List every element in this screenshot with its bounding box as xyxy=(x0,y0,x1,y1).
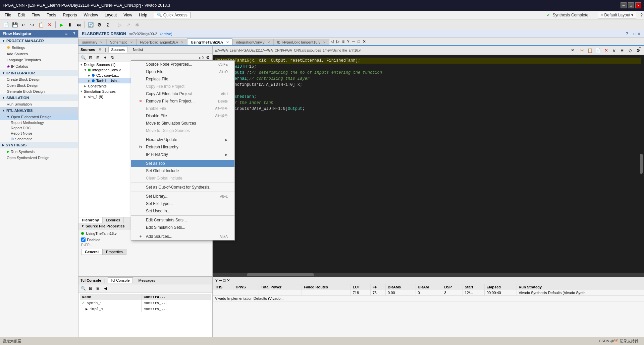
tcl-prev[interactable]: ◀ xyxy=(102,285,109,292)
sources-settings[interactable]: ⚙ xyxy=(204,54,211,61)
step-button[interactable]: ⏭ xyxy=(75,21,83,29)
nav-report-drc[interactable]: Report DRC xyxy=(0,125,78,131)
editor-copy[interactable]: 📋 xyxy=(586,47,594,54)
editor-uncomment[interactable]: ≡ xyxy=(619,47,626,54)
cm-refresh-hierarchy[interactable]: ↻ Refresh Hierarchy xyxy=(131,143,234,151)
cut-button[interactable]: ✕ xyxy=(46,21,54,29)
menu-window[interactable]: Window xyxy=(80,12,101,18)
tab-tb-hyperbolictangent-close[interactable]: ✕ xyxy=(323,41,326,44)
elab-help[interactable]: ? xyxy=(626,31,628,36)
tcl-expand[interactable]: ⊞ xyxy=(95,285,101,292)
tcl-collapse[interactable]: ⊟ xyxy=(87,285,94,292)
tab-hyperbolictangent[interactable]: HyperBolicTangent16.v ✕ xyxy=(137,39,187,45)
bottom-close[interactable]: ✕ xyxy=(227,278,230,283)
sources-expand[interactable]: ⊞ xyxy=(95,54,101,61)
pause-button[interactable]: ⏸ xyxy=(66,21,74,29)
cm-set-file-type[interactable]: Set File Type... xyxy=(131,200,234,207)
close-button[interactable]: ✕ xyxy=(635,2,641,8)
menu-tools[interactable]: Tools xyxy=(43,12,59,18)
menu-file[interactable]: File xyxy=(1,12,14,18)
cm-hierarchy-update[interactable]: Hierarchy Update ▶ xyxy=(131,136,234,143)
tab-usingthetanh[interactable]: UsingTheTanh16.v ✕ xyxy=(187,39,232,45)
panel-tab-netlist[interactable]: Netlist xyxy=(130,47,146,53)
sfp-tab-general[interactable]: General xyxy=(81,249,102,255)
code-editor[interactable]: UsingTheTanh16(x, clk, Output, resetExte… xyxy=(213,55,644,273)
tab-schematic[interactable]: Schematic ✕ xyxy=(106,39,136,45)
sim-btn3[interactable]: ✱ xyxy=(133,21,141,29)
nav-lang-templates[interactable]: Language Templates xyxy=(0,57,78,63)
editor-cut[interactable]: ✂ xyxy=(578,47,586,54)
tab-max[interactable]: □ xyxy=(356,38,361,45)
nav-open-block[interactable]: Open Block Design xyxy=(0,82,78,88)
tab-hyperbolictangent-close[interactable]: ✕ xyxy=(181,41,183,44)
nav-report-noise[interactable]: Report Noise xyxy=(0,131,78,136)
maximize-button[interactable]: □ xyxy=(628,2,634,8)
undo-button[interactable]: ↩ xyxy=(19,21,28,29)
tab-schematic-close[interactable]: ✕ xyxy=(130,41,133,44)
layout-help[interactable]: ? xyxy=(640,13,643,17)
flow-nav-btn1[interactable]: ≡ xyxy=(65,31,67,36)
nav-run-sim[interactable]: Run Simulation xyxy=(0,101,78,107)
tab-prev[interactable]: ◁ xyxy=(329,38,335,45)
cm-remove-file[interactable]: ✕ Remove File from Project... Delete xyxy=(131,97,234,105)
cm-move-to-sim[interactable]: Move to Simulation Sources xyxy=(131,120,234,127)
nav-open-elab[interactable]: ▼ Open Elaborated Design xyxy=(0,114,78,120)
scrollbar-thumb[interactable] xyxy=(247,273,314,276)
panel-tab-sources[interactable]: Sources xyxy=(108,47,128,53)
project-manager-header[interactable]: ▼ PROJECT MANAGER xyxy=(0,38,78,44)
sources-refresh[interactable]: ↻ xyxy=(109,54,116,61)
bottom-help[interactable]: ? xyxy=(215,278,218,283)
flow-nav-btn3[interactable]: ? xyxy=(73,31,75,36)
tab-tb-hyperbolictangent[interactable]: tb_HyperBolicTangent16.v ✕ xyxy=(274,39,329,45)
nav-add-sources[interactable]: Add Sources xyxy=(0,51,78,57)
elab-min[interactable]: ─ xyxy=(629,31,632,36)
cm-set-global-include[interactable]: Set Global Include xyxy=(131,167,234,175)
sources-close[interactable]: ✕ xyxy=(98,47,102,52)
cm-replace-file[interactable]: Replace File... xyxy=(131,75,234,83)
bottom-min[interactable]: ─ xyxy=(219,278,222,283)
quick-access-field[interactable]: 🔍 Quick Access xyxy=(154,12,191,18)
cm-open-file[interactable]: Open File Alt+O xyxy=(131,68,234,75)
editor-delete[interactable]: ✕ xyxy=(602,47,610,54)
sigma-button[interactable]: Σ xyxy=(104,21,112,29)
menu-view[interactable]: View xyxy=(120,12,136,18)
tab-summary[interactable]: summary ✕ xyxy=(78,39,106,45)
settings-button[interactable]: ⚙ xyxy=(95,21,103,29)
editor-bookmark[interactable]: ◇ xyxy=(627,47,634,54)
cm-ip-hierarchy[interactable]: IP Hierarchy ▶ xyxy=(131,151,234,158)
menu-reports[interactable]: Reports xyxy=(59,12,80,18)
rtl-analysis-header[interactable]: ▼ RTL ANALYSIS xyxy=(0,107,78,114)
cm-copy-all-files[interactable]: Copy All Files Into Project Alt+I xyxy=(131,90,234,97)
nav-open-synth[interactable]: Open Synthesized Design xyxy=(0,155,78,161)
nav-run-synthesis[interactable]: ▶ Run Synthesis xyxy=(0,148,78,155)
default-layout-dropdown[interactable]: ≡ Default Layout ▾ xyxy=(598,12,636,18)
tab-integrationconv-close[interactable]: ✕ xyxy=(267,41,270,44)
tab-close[interactable]: ✕ xyxy=(361,38,367,45)
flow-nav-btn2[interactable]: ─ xyxy=(69,31,72,36)
elab-max[interactable]: □ xyxy=(634,31,636,36)
tab-usingthetanh-close[interactable]: ✕ xyxy=(226,41,229,44)
sim-btn1[interactable]: ▷ xyxy=(116,21,124,29)
results-row-1[interactable]: 718 76 0.00 0 3 12/... 00:00:40 Vivado S… xyxy=(213,290,644,296)
cm-set-as-top[interactable]: Set as Top xyxy=(131,160,234,167)
hier-tab-libraries[interactable]: Libraries xyxy=(103,217,124,223)
tcl-search[interactable]: 🔍 xyxy=(80,285,87,292)
sources-collapse[interactable]: ⊟ xyxy=(87,54,94,61)
menu-flow[interactable]: Flow xyxy=(28,12,43,18)
tab-list[interactable]: ≡ xyxy=(341,38,346,45)
cm-source-node-properties[interactable]: Source Node Properties... Ctrl+E xyxy=(131,61,234,68)
elab-close[interactable]: ✕ xyxy=(637,31,641,36)
synthesis-header[interactable]: ▶ SYNTHESIS xyxy=(0,142,78,148)
sources-search[interactable]: 🔍 xyxy=(80,54,87,61)
menu-layout[interactable]: Layout xyxy=(101,12,120,18)
tab-summary-close[interactable]: ✕ xyxy=(100,41,103,44)
cm-edit-simulation-sets[interactable]: Edit Simulation Sets... xyxy=(131,224,234,231)
cm-set-used-in[interactable]: Set Used In... xyxy=(131,207,234,215)
nav-schematic[interactable]: ⊞ Schematic xyxy=(0,136,78,142)
reload-button[interactable]: 🔄 xyxy=(87,21,95,29)
tcl-row-impl[interactable]: ▶ impl_1 constrs_... xyxy=(80,306,211,312)
tab-integrationconv[interactable]: integrationConv.v ✕ xyxy=(232,39,274,45)
nav-settings[interactable]: ⚙ Settings xyxy=(0,44,78,51)
ip-integrator-header[interactable]: ▼ IP INTEGRATOR xyxy=(0,70,78,76)
cm-edit-constraints-sets[interactable]: Edit Constraints Sets... xyxy=(131,216,234,224)
